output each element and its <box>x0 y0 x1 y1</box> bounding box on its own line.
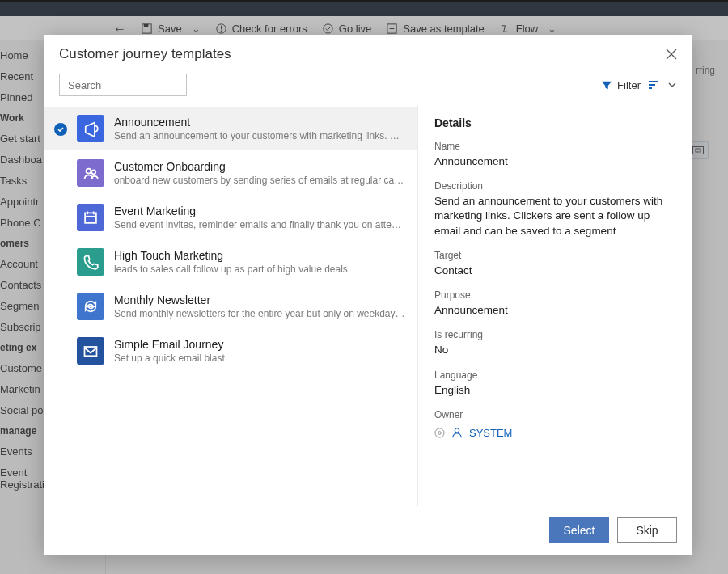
template-row[interactable]: High Touch Marketing leads to sales call… <box>44 240 417 285</box>
svg-point-17 <box>91 170 95 174</box>
label-purpose: Purpose <box>434 289 677 301</box>
value-purpose: Announcement <box>434 303 677 318</box>
template-name: Simple Email Journey <box>114 338 225 351</box>
phone-icon <box>77 248 104 276</box>
svg-rect-22 <box>85 347 97 356</box>
svg-rect-18 <box>85 213 96 223</box>
svg-point-24 <box>438 431 442 434</box>
label-target: Target <box>434 250 677 261</box>
template-row[interactable]: Announcement Send an announcement to you… <box>44 107 417 151</box>
search-input[interactable] <box>66 78 205 92</box>
people-icon <box>77 159 104 187</box>
checkmark-icon <box>54 123 67 136</box>
value-recurring: No <box>434 343 677 357</box>
template-name: Customer Onboarding <box>114 160 405 173</box>
template-name: Event Marketing <box>114 205 405 217</box>
value-target: Contact <box>434 264 677 278</box>
select-button[interactable]: Select <box>549 517 609 543</box>
template-list: Announcement Send an announcement to you… <box>44 105 418 506</box>
filter-button[interactable]: Filter <box>601 79 641 91</box>
calendar-icon <box>77 204 104 231</box>
template-desc: leads to sales call follow up as part of… <box>114 264 348 275</box>
label-recurring: Is recurring <box>434 329 677 340</box>
svg-point-25 <box>455 428 459 433</box>
label-desc: Description <box>434 180 677 192</box>
disc-icon <box>434 428 445 438</box>
template-row[interactable]: Customer Onboarding onboard new customer… <box>44 151 417 196</box>
chevron-down-icon[interactable] <box>667 80 677 90</box>
template-desc: Send event invites, reminder emails and … <box>114 219 405 230</box>
template-row[interactable]: Monthly Newsletter Send monthly newslett… <box>44 285 417 329</box>
svg-point-16 <box>87 169 91 174</box>
template-name: Announcement <box>114 116 405 129</box>
modal-title: Customer journey templates <box>59 46 231 62</box>
template-desc: Set up a quick email blast <box>114 352 225 364</box>
template-desc: Send monthly newsletters for the entire … <box>114 308 405 319</box>
label-name: Name <box>434 141 677 152</box>
close-button[interactable] <box>666 49 677 60</box>
details-heading: Details <box>434 116 677 129</box>
mail-icon <box>77 337 104 365</box>
sort-icon[interactable] <box>648 80 660 90</box>
owner-row[interactable]: SYSTEM <box>434 427 677 439</box>
megaphone-icon <box>77 115 104 142</box>
label-owner: Owner <box>434 409 677 420</box>
value-desc: Send an announcement to your customers w… <box>434 194 677 238</box>
details-panel: Details Name Announcement Description Se… <box>418 105 692 506</box>
value-lang: English <box>434 383 677 398</box>
label-lang: Language <box>434 369 677 381</box>
template-row[interactable]: Simple Email Journey Set up a quick emai… <box>44 329 417 374</box>
template-desc: onboard new customers by sending series … <box>114 175 405 186</box>
template-desc: Send an announcement to your customers w… <box>114 130 405 141</box>
person-icon <box>451 427 463 438</box>
filter-icon <box>601 79 612 91</box>
template-name: High Touch Marketing <box>114 249 348 262</box>
svg-point-23 <box>435 428 444 437</box>
template-name: Monthly Newsletter <box>114 293 405 306</box>
value-name: Announcement <box>434 154 677 169</box>
search-input-wrapper[interactable] <box>59 74 187 96</box>
template-row[interactable]: Event Marketing Send event invites, remi… <box>44 196 417 240</box>
template-picker-modal: Customer journey templates Filter Announ… <box>44 35 692 555</box>
cycle-icon <box>77 293 104 320</box>
skip-button[interactable]: Skip <box>617 517 677 543</box>
